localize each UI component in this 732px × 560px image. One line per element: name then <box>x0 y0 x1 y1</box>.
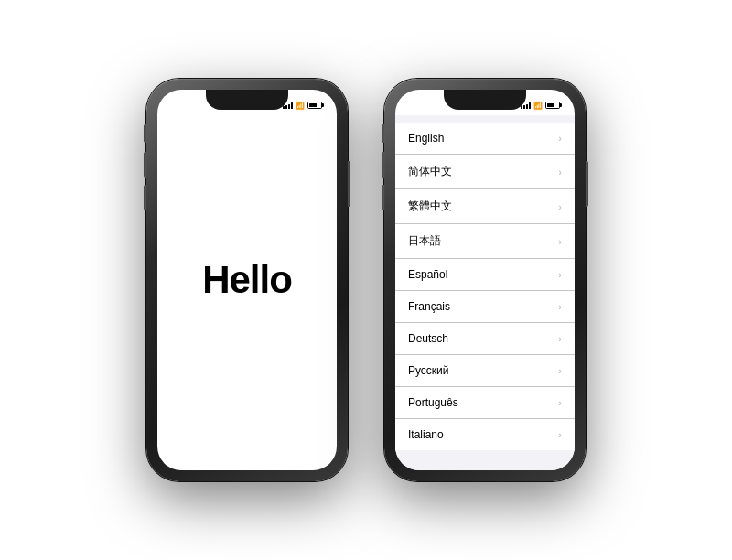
chevron-icon-portuguese: › <box>558 397 562 408</box>
language-item-russian[interactable]: Русский› <box>395 355 575 387</box>
language-item-italian[interactable]: Italiano› <box>395 419 575 450</box>
mute-button-2 <box>382 124 384 143</box>
status-icons-1: 📶 <box>283 102 322 110</box>
signal-bar-8 <box>529 102 531 109</box>
phone-hello: 📶 Hello <box>146 79 348 481</box>
signal-bar-2 <box>285 105 287 109</box>
phone-language: 📶 English›简体中文›繁體中文›日本語›Español›Français… <box>384 79 586 481</box>
battery-fill-1 <box>309 103 317 107</box>
language-screen: English›简体中文›繁體中文›日本語›Español›Français›D… <box>395 115 575 470</box>
battery-icon-2 <box>545 102 560 109</box>
chevron-icon-italian: › <box>558 429 562 440</box>
signal-bar-3 <box>288 104 290 109</box>
notch-1 <box>206 90 288 110</box>
chevron-icon-russian: › <box>558 365 562 376</box>
language-item-portuguese[interactable]: Português› <box>395 387 575 419</box>
signal-bar-7 <box>526 104 528 109</box>
phone-screen-1: 📶 Hello <box>157 90 337 470</box>
volume-up-button <box>144 152 146 178</box>
chevron-icon-spanish: › <box>558 269 562 280</box>
language-name-japanese: 日本語 <box>408 233 441 249</box>
power-button <box>348 161 350 207</box>
signal-bar-4 <box>291 102 293 109</box>
language-item-traditional-chinese[interactable]: 繁體中文› <box>395 189 575 224</box>
signal-bar-5 <box>521 106 522 109</box>
language-item-german[interactable]: Deutsch› <box>395 323 575 355</box>
chevron-icon-traditional-chinese: › <box>558 201 562 212</box>
language-list: English›简体中文›繁體中文›日本語›Español›Français›D… <box>395 123 575 450</box>
mute-button <box>144 124 146 143</box>
status-icons-2: 📶 <box>521 102 560 110</box>
language-item-spanish[interactable]: Español› <box>395 259 575 291</box>
language-name-russian: Русский <box>408 364 449 377</box>
battery-icon-1 <box>307 102 322 109</box>
language-item-japanese[interactable]: 日本語› <box>395 224 575 259</box>
wifi-icon-2: 📶 <box>533 102 543 110</box>
volume-down-button <box>144 185 146 210</box>
language-name-spanish: Español <box>408 268 447 281</box>
signal-bar-1 <box>283 106 285 109</box>
language-item-english[interactable]: English› <box>395 123 575 155</box>
language-item-simplified-chinese[interactable]: 简体中文› <box>395 155 575 189</box>
language-name-italian: Italiano <box>408 428 444 441</box>
power-button-2 <box>586 161 588 207</box>
chevron-icon-german: › <box>558 333 562 344</box>
wifi-icon-1: 📶 <box>296 102 305 110</box>
battery-fill-2 <box>547 103 554 107</box>
volume-up-button-2 <box>382 152 384 178</box>
signal-bar-6 <box>523 105 525 109</box>
chevron-icon-french: › <box>558 301 562 312</box>
notch-2 <box>444 90 526 110</box>
language-item-french[interactable]: Français› <box>395 291 575 323</box>
language-name-french: Français <box>408 300 450 313</box>
language-name-english: English <box>408 132 444 145</box>
language-name-traditional-chinese: 繁體中文 <box>408 199 452 214</box>
volume-down-button-2 <box>382 185 384 210</box>
hello-text: Hello <box>202 258 292 302</box>
hello-screen: Hello <box>157 90 337 470</box>
language-name-german: Deutsch <box>408 332 448 345</box>
language-name-simplified-chinese: 简体中文 <box>408 164 452 179</box>
phone-screen-2: 📶 English›简体中文›繁體中文›日本語›Español›Français… <box>395 90 575 470</box>
chevron-icon-simplified-chinese: › <box>558 167 562 178</box>
language-name-portuguese: Português <box>408 396 458 409</box>
chevron-icon-english: › <box>558 133 562 144</box>
chevron-icon-japanese: › <box>558 236 562 247</box>
